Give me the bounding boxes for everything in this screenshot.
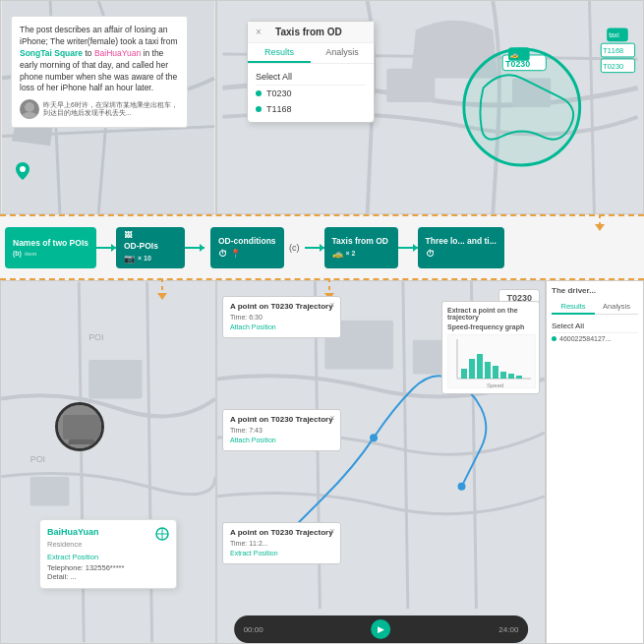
svg-point-5 <box>20 166 26 172</box>
driver-select-all[interactable]: Select All <box>552 320 638 333</box>
driver-panel: The driver... Results Analysis Select Al… <box>547 281 643 349</box>
text-card: The post describes an affair of losing a… <box>11 16 188 128</box>
popup-1-title: A point on T0230 Trajectory <box>230 302 333 311</box>
svg-rect-22 <box>30 477 70 506</box>
tab-analysis[interactable]: Analysis <box>311 43 374 63</box>
driver-tabs: Results Analysis <box>552 300 638 315</box>
connector-c: (c) <box>284 243 305 253</box>
step-od-pois: 🖼 OD-POIs 📷 × 10 <box>116 227 185 268</box>
step-names: Names of two POIs (b) item <box>5 227 96 268</box>
dashed-line <box>599 214 601 224</box>
taxi-item-2[interactable]: T1168 <box>256 101 366 117</box>
orange-arrow-1 <box>595 214 605 231</box>
svg-text:POI: POI <box>30 454 45 464</box>
svg-text:T0230: T0230 <box>603 62 623 71</box>
bottom-left-panel: POI POI BaiHuaYuan Residence Extract Pos… <box>0 280 216 644</box>
svg-point-3 <box>25 102 34 112</box>
driver-dot-1 <box>552 336 556 341</box>
popup-1-action[interactable]: Attach Position <box>230 322 333 332</box>
popup-1-close[interactable]: × <box>329 300 334 310</box>
svg-text:Speed: Speed <box>487 382 503 388</box>
popup-3: × A point on T0230 Trajectory Time: 11:2… <box>222 522 341 564</box>
poi-telephone: Telephone: 132556***** <box>47 563 169 572</box>
svg-point-9 <box>464 49 580 165</box>
poi-card: BaiHuaYuan Residence Extract Position Te… <box>39 519 177 589</box>
taxi-dot-2 <box>256 106 262 112</box>
arrowhead <box>595 224 605 231</box>
popup-2-action[interactable]: Attach Position <box>230 436 333 445</box>
svg-rect-21 <box>88 360 143 399</box>
od-pois-icon: 🖼 <box>124 231 158 240</box>
avatar <box>20 99 39 119</box>
step-taxis-od: Taxis from OD 🚕 × 2 <box>324 227 398 268</box>
dashed-line-3 <box>328 278 330 293</box>
svg-text:T0230: T0230 <box>505 59 530 69</box>
svg-rect-40 <box>469 359 475 379</box>
card-text-to: to <box>85 48 93 58</box>
poi-name: BaiHuaYuan <box>47 527 169 537</box>
speed-chart-area: Speed <box>447 334 536 388</box>
svg-rect-8 <box>512 79 551 107</box>
popup-3-action[interactable]: Extract Position <box>230 549 333 558</box>
extract-trajectory-note: Extract a point on the trajectory <box>447 307 534 321</box>
popup-1-time: Time: 6:30 <box>230 313 333 322</box>
arrow-2 <box>185 247 205 249</box>
play-button[interactable]: ▶ <box>372 619 391 639</box>
step-od-conditions: OD-conditions ⏱ 📍 <box>210 227 284 268</box>
svg-rect-36 <box>447 334 536 388</box>
top-row: The post describes an affair of losing a… <box>0 0 644 216</box>
card-text-start: The post describes an affair of losing a… <box>20 25 177 46</box>
taxis-dialog: × Taxis from OD Results Analysis Select … <box>247 21 375 123</box>
svg-rect-46 <box>516 376 522 379</box>
step-od-pois-label: OD-POIs <box>124 241 158 251</box>
trajectory-panel: T0230 × A point on T0230 Trajectory Time… <box>217 281 545 643</box>
driver-item-1[interactable]: 460022584127... <box>552 333 638 344</box>
step-od-cond-sublabel: ⏱ 📍 <box>218 249 276 259</box>
close-icon[interactable]: × <box>256 27 262 37</box>
step-taxis-sublabel: 🚕 × 2 <box>332 249 388 259</box>
popup-1: × A point on T0230 Trajectory Time: 6:30… <box>222 296 341 338</box>
driver-title: The driver... <box>552 286 638 295</box>
driver-tab-results[interactable]: Results <box>552 300 595 315</box>
step-od-pois-sublabel: 📷 × 10 <box>124 254 158 263</box>
timeline-end: 24:00 <box>498 625 518 634</box>
chinese-text: 昨天早上6时许，在深圳市某地乘坐出租车，到达目的地后发现手机丢失... <box>43 101 179 118</box>
popup-2: × A point on T0230 Trajectory Time: 7:43… <box>222 409 341 451</box>
step-three-label: Three lo... and ti... <box>426 236 497 246</box>
svg-rect-39 <box>461 369 467 379</box>
dialog-tabs: Results Analysis <box>248 43 374 64</box>
select-all[interactable]: Select All <box>256 69 366 86</box>
tab-results[interactable]: Results <box>248 43 311 63</box>
svg-rect-42 <box>485 362 491 379</box>
popup-2-time: Time: 7:43 <box>230 426 333 436</box>
driver-tab-analysis[interactable]: Analysis <box>595 300 638 315</box>
timeline-bar: 00:00 ▶ 24:00 <box>234 615 529 643</box>
workflow-row: Names of two POIs (b) item 🖼 OD-POIs 📷 ×… <box>0 216 644 280</box>
arrow-1 <box>96 247 116 249</box>
svg-rect-18 <box>508 47 530 61</box>
svg-rect-26 <box>63 415 102 439</box>
popup-2-title: A point on T0230 Trajectory <box>230 415 333 424</box>
popup-2-close[interactable]: × <box>329 413 334 423</box>
dialog-header: × Taxis from OD <box>248 22 374 43</box>
svg-point-34 <box>370 434 378 441</box>
extract-position[interactable]: Extract Position <box>47 553 169 561</box>
svg-rect-41 <box>477 354 483 379</box>
step-taxis-label: Taxis from OD <box>332 236 388 246</box>
dialog-body: Select All T0230 T1168 <box>248 64 374 122</box>
taxi-item-1[interactable]: T0230 <box>256 86 366 101</box>
svg-rect-45 <box>508 374 514 379</box>
step-three: Three lo... and ti... ⏱ <box>418 227 504 268</box>
svg-rect-44 <box>500 372 506 379</box>
highlight-songtai: SongTai Square <box>20 48 83 58</box>
step-od-cond-label: OD-conditions <box>218 236 276 246</box>
svg-text:T1168: T1168 <box>603 46 623 55</box>
svg-rect-7 <box>386 69 435 102</box>
arrowhead-2 <box>157 293 167 300</box>
svg-text:taxi: taxi <box>609 31 619 38</box>
speed-chart-title: Speed-frequency graph <box>447 323 534 330</box>
top-left-panel: The post describes an affair of losing a… <box>0 0 216 214</box>
arrow-3 <box>305 247 324 249</box>
popup-3-close[interactable]: × <box>329 526 334 536</box>
poi-type: Residence <box>47 540 169 549</box>
